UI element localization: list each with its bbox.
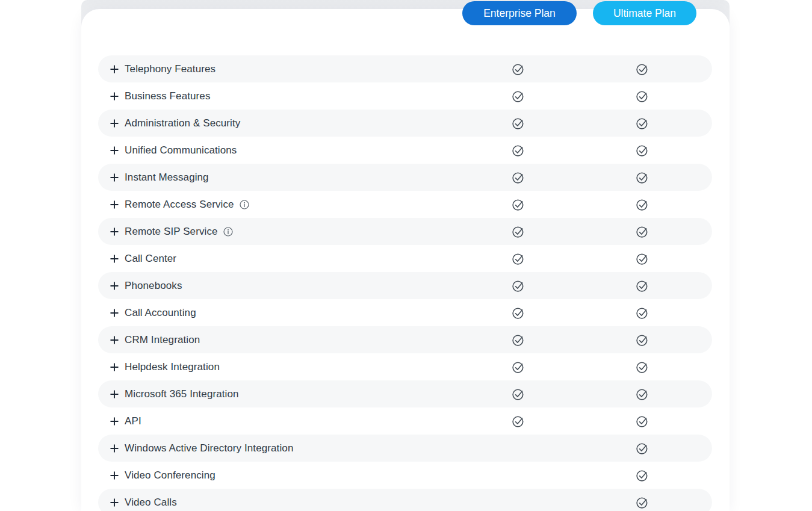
ultimate-included-check-icon [636, 361, 649, 374]
ultimate-included-check-icon [636, 388, 649, 401]
feature-label: Remote Access Service [125, 199, 234, 211]
feature-row[interactable]: Administration & Security [98, 110, 712, 137]
feature-row[interactable]: Remote SIP Service [98, 218, 712, 245]
ultimate-included-check-icon [636, 279, 649, 293]
enterprise-included-check-icon [512, 361, 525, 374]
feature-label: Video Conferencing [125, 469, 215, 482]
expand-plus-icon[interactable] [110, 417, 119, 426]
expand-plus-icon[interactable] [110, 336, 119, 344]
feature-row[interactable]: Remote Access Service [98, 191, 712, 218]
ultimate-included-check-icon [636, 306, 649, 320]
enterprise-included-check-icon [512, 117, 525, 130]
expand-plus-icon[interactable] [110, 65, 119, 73]
ultimate-included-check-icon [636, 496, 649, 509]
enterprise-included-check-icon [512, 333, 525, 347]
enterprise-included-check-icon [512, 198, 525, 211]
feature-label: Call Accounting [125, 307, 196, 319]
feature-row[interactable]: Video Conferencing [98, 462, 712, 489]
feature-label: Administration & Security [125, 117, 240, 129]
feature-label: Call Center [125, 253, 176, 265]
expand-plus-icon[interactable] [110, 363, 119, 371]
ultimate-included-check-icon [636, 252, 649, 265]
feature-label: API [125, 415, 141, 427]
feature-label: Microsoft 365 Integration [125, 388, 239, 400]
enterprise-included-check-icon [512, 63, 525, 76]
feature-row[interactable]: Unified Communications [98, 137, 712, 164]
ultimate-included-check-icon [636, 442, 649, 455]
ultimate-included-check-icon [636, 63, 649, 76]
feature-row[interactable]: Telephony Features [98, 55, 712, 82]
info-icon[interactable] [240, 200, 249, 209]
feature-row[interactable]: Phonebooks [98, 272, 712, 299]
feature-row[interactable]: Video Calls [98, 489, 712, 511]
enterprise-included-check-icon [512, 415, 525, 428]
expand-plus-icon[interactable] [110, 200, 119, 209]
enterprise-included-check-icon [512, 252, 525, 265]
expand-plus-icon[interactable] [110, 146, 119, 155]
enterprise-included-check-icon [512, 225, 525, 238]
enterprise-included-check-icon [512, 171, 525, 184]
feature-row[interactable]: API [98, 407, 712, 435]
feature-label: Remote SIP Service [125, 226, 218, 238]
ultimate-plan-button[interactable]: Ultimate Plan [593, 1, 696, 25]
expand-plus-icon[interactable] [110, 309, 119, 317]
expand-plus-icon[interactable] [110, 498, 119, 507]
ultimate-included-check-icon [636, 333, 649, 347]
enterprise-included-check-icon [512, 90, 525, 103]
info-icon[interactable] [223, 227, 233, 237]
enterprise-plan-button[interactable]: Enterprise Plan [462, 1, 577, 25]
feature-comparison-table: Telephony Features Business Features [98, 55, 712, 511]
ultimate-included-check-icon [636, 117, 649, 130]
expand-plus-icon[interactable] [110, 228, 119, 236]
feature-label: Telephony Features [125, 63, 215, 75]
ultimate-included-check-icon [636, 144, 649, 157]
expand-plus-icon[interactable] [110, 119, 119, 128]
feature-row[interactable]: CRM Integration [98, 326, 712, 353]
feature-row[interactable]: Microsoft 365 Integration [98, 380, 712, 407]
ultimate-included-check-icon [636, 90, 649, 103]
expand-plus-icon[interactable] [110, 390, 119, 398]
feature-row[interactable]: Call Accounting [98, 299, 712, 326]
ultimate-included-check-icon [636, 415, 649, 428]
feature-label: Business Features [125, 90, 211, 102]
enterprise-included-check-icon [512, 306, 525, 320]
expand-plus-icon[interactable] [110, 282, 119, 290]
expand-plus-icon[interactable] [110, 173, 119, 182]
feature-label: Windows Active Directory Integration [125, 442, 293, 454]
enterprise-included-check-icon [512, 279, 525, 293]
enterprise-included-check-icon [512, 144, 525, 157]
feature-label: Instant Messaging [125, 172, 209, 184]
expand-plus-icon[interactable] [110, 255, 119, 263]
expand-plus-icon[interactable] [110, 92, 119, 101]
feature-label: Unified Communications [125, 144, 237, 156]
ultimate-included-check-icon [636, 171, 649, 184]
feature-row[interactable]: Helpdesk Integration [98, 353, 712, 380]
feature-label: Video Calls [125, 497, 177, 509]
ultimate-included-check-icon [636, 198, 649, 211]
ultimate-included-check-icon [636, 225, 649, 238]
feature-row[interactable]: Business Features [98, 82, 712, 110]
feature-row[interactable]: Call Center [98, 245, 712, 272]
expand-plus-icon[interactable] [110, 471, 119, 480]
feature-label: Phonebooks [125, 280, 182, 292]
expand-plus-icon[interactable] [110, 444, 119, 453]
ultimate-included-check-icon [636, 469, 649, 482]
feature-label: CRM Integration [125, 334, 200, 346]
feature-row[interactable]: Instant Messaging [98, 164, 712, 191]
feature-label: Helpdesk Integration [125, 361, 220, 373]
enterprise-included-check-icon [512, 388, 525, 401]
feature-row[interactable]: Windows Active Directory Integration [98, 435, 712, 462]
